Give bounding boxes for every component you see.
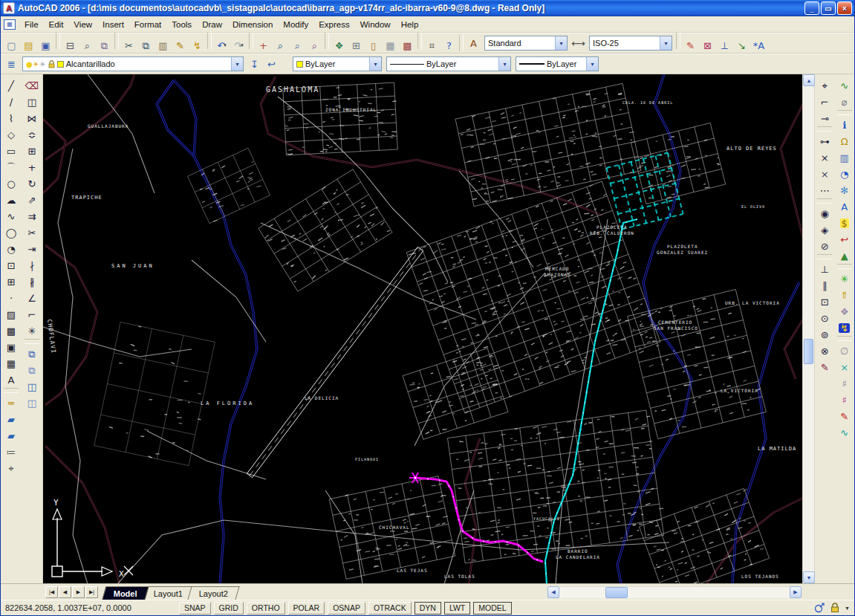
combo-arrow-icon[interactable]: ▾ [555, 36, 567, 50]
agp-snow-button[interactable]: ✻ [836, 182, 854, 198]
slope-tool-1-button[interactable]: ▰ [2, 411, 20, 427]
agp-clock-button[interactable]: ◔ [836, 166, 854, 182]
send-under-objects-button[interactable]: ◫ [23, 395, 41, 411]
dim-style-button[interactable]: ⟷ [570, 35, 587, 52]
snap-to-insert-button[interactable]: ⊡ [816, 294, 833, 310]
status-toggle-dyn[interactable]: DYN [415, 602, 441, 615]
text-style-combo[interactable]: Standard ▾ [484, 36, 568, 51]
combo-arrow-icon[interactable]: ▾ [369, 57, 381, 71]
snap-to-endpoint-button[interactable]: ⊸ [816, 110, 833, 126]
style-tool-1-button[interactable]: ✎ [682, 37, 699, 54]
paste-clip-button[interactable]: ▥ [155, 37, 172, 54]
status-toggle-ortho[interactable]: ORTHO [247, 602, 285, 615]
block-editor-button[interactable]: ↯ [189, 37, 206, 54]
toolbar-lock-icon[interactable] [829, 603, 841, 614]
vertical-scrollbar[interactable]: ▲ ▼ [802, 74, 814, 583]
scroll-down-button[interactable]: ▼ [803, 571, 815, 583]
status-toggle-otrack[interactable]: OTRACK [368, 602, 412, 615]
plot-button[interactable]: ⊟ [62, 37, 79, 54]
city-map-drawing[interactable]: GASHALOMAZONA INDUSTRIALGUALLAJABURAALTO… [43, 74, 802, 583]
menu-format[interactable]: Format [129, 18, 166, 31]
snap-to-midpoint-button[interactable]: ⊶ [816, 133, 833, 149]
combo-arrow-icon[interactable]: ▾ [660, 36, 672, 50]
tab-model[interactable]: Model [102, 586, 149, 600]
horizontal-scroll-track[interactable] [559, 586, 790, 598]
horizontal-scrollbar[interactable]: ◀ ▶ [547, 586, 802, 598]
zoom-previous-button[interactable]: ⌕ [306, 37, 323, 54]
open-file-button[interactable]: ▤ [20, 37, 37, 54]
arc-button[interactable]: ⌒ [2, 159, 20, 175]
bring-above-objects-button[interactable]: ◫ [23, 378, 41, 395]
agp-pipe-button[interactable]: ∅ [836, 343, 854, 359]
menu-help[interactable]: Help [396, 18, 424, 31]
menu-view[interactable]: View [68, 18, 97, 31]
layer-previous-button[interactable]: ↩ [263, 56, 280, 73]
redo-dropdown-arrow-icon[interactable]: ▾ [241, 42, 244, 48]
zoom-realtime-button[interactable]: ⌕ [272, 37, 289, 54]
tab-prev-button[interactable]: ◀ [59, 586, 71, 598]
agp-landscape-button[interactable]: ▲ [836, 247, 854, 264]
break-at-point-button[interactable]: ∤ [23, 257, 41, 273]
array-button[interactable]: ⊞ [23, 143, 41, 159]
menu-tools[interactable]: Tools [166, 18, 197, 31]
snap-to-intersection-button[interactable]: × [816, 149, 833, 166]
temporary-track-point-button[interactable]: ⌖ [816, 77, 833, 94]
stretch-button[interactable]: ⇉ [23, 208, 41, 224]
menu-draw[interactable]: Draw [197, 18, 227, 31]
agp-connector-button[interactable]: × [836, 359, 854, 375]
send-to-back-button[interactable]: ⧉ [23, 362, 41, 378]
menu-window[interactable]: Window [355, 18, 396, 31]
point-button[interactable]: · [2, 290, 20, 306]
save-file-button[interactable]: ▣ [37, 37, 54, 54]
fillet-button[interactable]: ⌐ [23, 306, 41, 322]
style-tool-2-button[interactable]: ⊠ [699, 37, 716, 54]
ellipse-arc-button[interactable]: ◔ [2, 241, 20, 257]
communication-center-icon[interactable] [813, 603, 825, 614]
locate-tool-button[interactable]: ⌖ [2, 460, 20, 476]
vertical-scroll-thumb[interactable] [804, 339, 813, 364]
combo-arrow-icon[interactable]: ▾ [231, 57, 243, 71]
agp-dollar-button[interactable]: $ [836, 215, 854, 231]
rectangle-button[interactable]: ▭ [2, 143, 20, 159]
snap-to-apparent-intersection-button[interactable]: × [816, 166, 833, 182]
agp-lightning-button[interactable]: ↯ [836, 320, 854, 336]
snap-to-nearest-button[interactable]: ⊚ [816, 326, 833, 343]
menu-file[interactable]: File [19, 18, 44, 31]
region-button[interactable]: ▣ [2, 339, 20, 355]
dim-style-combo[interactable]: ISO-25 ▾ [589, 36, 672, 51]
menu-insert[interactable]: Insert [97, 18, 129, 31]
snap-to-quadrant-button[interactable]: ◈ [816, 221, 833, 238]
chamfer-button[interactable]: ∠ [23, 290, 41, 306]
properties-palette-button[interactable]: ❖ [331, 37, 348, 54]
menu-dimension[interactable]: Dimension [227, 18, 278, 31]
undo-button[interactable]: ↶▾ [213, 37, 230, 54]
style-tool-4-button[interactable]: ↘ [733, 37, 750, 54]
snap-to-node-button[interactable]: ⊙ [816, 310, 833, 326]
agp-hash-1-button[interactable]: ♯ [836, 375, 854, 392]
snap-from-button[interactable]: ⌐ [816, 94, 833, 110]
drawing-canvas[interactable]: GASHALOMAZONA INDUSTRIALGUALLAJABURAALTO… [43, 74, 802, 583]
style-tool-5-button[interactable]: *A [750, 37, 767, 54]
pan-realtime-button[interactable]: + [255, 37, 272, 54]
style-tool-3-button[interactable]: ⊥ [716, 37, 733, 54]
layers-palette-button[interactable]: ≣ [3, 56, 20, 73]
spline-button[interactable]: ∿ [2, 208, 20, 224]
agp-mist-button[interactable]: ❖ [836, 303, 854, 320]
color-combo[interactable]: ByLayer ▾ [293, 56, 382, 71]
status-toggle-snap[interactable]: SNAP [179, 602, 211, 615]
mirror-button[interactable]: ⋈ [23, 110, 41, 126]
construction-line-button[interactable]: ∕ [2, 94, 20, 110]
agp-pencil-button[interactable]: ✎ [836, 408, 854, 424]
agp-chart-2-button[interactable]: ∿ [836, 424, 854, 441]
copy-object-button[interactable]: ◫ [23, 94, 41, 110]
scroll-up-button[interactable]: ▲ [803, 74, 815, 86]
menu-express[interactable]: Express [313, 18, 355, 31]
measure-tool-button[interactable]: ═ [2, 395, 20, 411]
status-toggle-grid[interactable]: GRID [214, 602, 244, 615]
scroll-left-button[interactable]: ◀ [547, 586, 559, 598]
restore-button[interactable]: ▭ [821, 1, 836, 15]
publish-button[interactable]: ⧉ [96, 37, 113, 54]
agp-steps-button[interactable]: ⇑ [836, 287, 854, 303]
vertical-scroll-track[interactable] [803, 86, 814, 571]
make-block-button[interactable]: ⊞ [2, 273, 20, 290]
